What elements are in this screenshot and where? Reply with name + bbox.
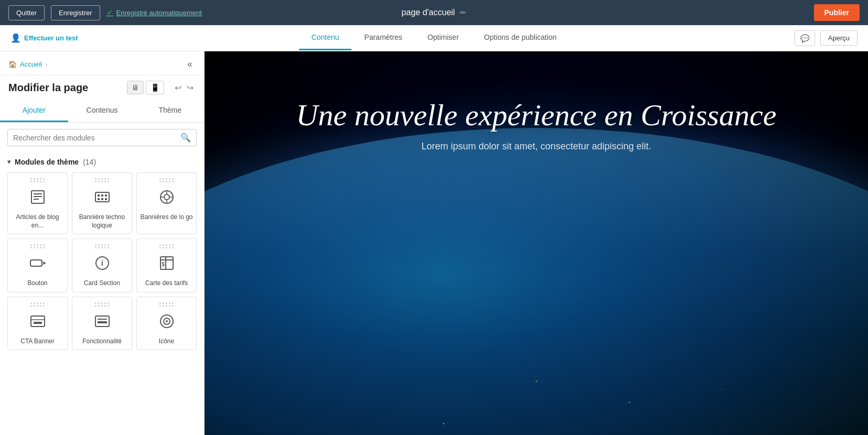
svg-rect-24 [31, 316, 45, 327]
drag-handle [76, 178, 128, 182]
collapse-sidebar-button[interactable]: « [184, 58, 196, 71]
tab-contenu[interactable]: Contenu [299, 26, 352, 50]
module-banniere-techno[interactable]: Bannière techno logique [72, 172, 132, 234]
svg-point-32 [166, 320, 168, 322]
drag-handle [140, 244, 193, 248]
search-icon[interactable]: 🔍 [180, 133, 191, 143]
page-title: page d'accueil [402, 8, 455, 17]
save-button[interactable]: Enregistrer [51, 5, 100, 20]
drag-handle [11, 302, 64, 307]
module-carte-tarifs[interactable]: $ Carte des tarifs [136, 238, 197, 292]
module-label: Card Section [84, 279, 120, 288]
module-articles-blog[interactable]: Articles de blog en... [7, 172, 68, 234]
breadcrumb: 🏠 Accueil › [8, 60, 47, 68]
nav-tabs: Contenu Paramètres Optimiser Options de … [299, 26, 570, 50]
icone-icon [158, 313, 175, 333]
search-area: 🔍 [0, 123, 204, 153]
module-icone[interactable]: Icône [136, 297, 197, 351]
drag-handle [76, 244, 128, 248]
breadcrumb-label[interactable]: Accueil [20, 60, 42, 68]
tab-optimiser[interactable]: Optimiser [415, 26, 471, 50]
bannieres-logo-icon [158, 189, 175, 209]
tab-options-publication[interactable]: Options de publication [471, 26, 570, 50]
undo-redo-controls: ↩ ↪ [173, 82, 196, 94]
main-layout: 🏠 Accueil › « Modifier la page 🖥 📱 ↩ ↪ A… [0, 51, 868, 435]
modules-header: ▾ Modules de thème (14) [7, 153, 197, 172]
modules-grid: Articles de blog en... Bannière techno l… [7, 172, 197, 356]
articles-blog-icon [29, 189, 46, 209]
drag-handle [140, 302, 193, 307]
content-area: Une nouvelle expérience en Croissance Lo… [205, 51, 868, 435]
sidebar-tabs: Ajouter Contenus Thème [0, 100, 204, 123]
module-label: Icône [159, 338, 174, 346]
module-label: Bouton [27, 279, 47, 288]
view-toggles: 🖥 📱 [127, 81, 164, 94]
module-cta-banner[interactable]: CTA Banner [7, 297, 68, 351]
page-preview: Une nouvelle expérience en Croissance Lo… [205, 51, 868, 435]
svg-rect-26 [34, 322, 42, 324]
fonctionnalite-icon [94, 313, 111, 333]
module-label: Articles de blog en... [11, 213, 64, 230]
cta-banner-icon [29, 313, 46, 333]
svg-rect-8 [98, 198, 100, 200]
top-bar: Quitter Enregistrer ✓ Enregistré automat… [0, 0, 868, 25]
search-input[interactable] [13, 134, 176, 142]
tab-contenus[interactable]: Contenus [68, 100, 136, 122]
svg-rect-29 [98, 321, 107, 323]
tab-ajouter[interactable]: Ajouter [0, 100, 68, 122]
drag-handle [11, 178, 64, 182]
sidebar: 🏠 Accueil › « Modifier la page 🖥 📱 ↩ ↪ A… [0, 51, 205, 435]
sidebar-title: Modifier la page [8, 82, 88, 94]
tab-parametres[interactable]: Paramètres [352, 26, 415, 50]
carte-tarifs-icon: $ [158, 255, 175, 275]
checkmark-icon: ✓ [106, 8, 113, 17]
modules-count: (14) [83, 158, 96, 166]
svg-text:i: i [101, 259, 103, 267]
mobile-view-toggle[interactable]: 📱 [146, 81, 164, 94]
page-title-area: page d'accueil ✏ [402, 8, 467, 17]
module-fonctionnalite[interactable]: Fonctionnalité [72, 297, 132, 351]
module-label: Bannières de lo go [140, 213, 192, 222]
chevron-down-icon[interactable]: ▾ [7, 158, 10, 166]
drag-handle [11, 244, 64, 248]
breadcrumb-sep: › [45, 60, 47, 68]
svg-rect-6 [101, 194, 103, 197]
desktop-view-toggle[interactable]: 🖥 [127, 81, 144, 94]
undo-button[interactable]: ↩ [173, 82, 184, 94]
auto-save-indicator: ✓ Enregistré automatiquement [106, 8, 202, 17]
apercu-button[interactable]: Aperçu [820, 30, 858, 46]
svg-rect-5 [98, 194, 100, 197]
banniere-techno-icon [94, 189, 111, 209]
redo-button[interactable]: ↪ [185, 82, 196, 94]
earth-visual [205, 128, 868, 435]
module-bouton[interactable]: Bouton [7, 238, 68, 292]
module-bannieres-logo[interactable]: Bannières de lo go [136, 172, 197, 234]
module-card-section[interactable]: i Card Section [72, 238, 132, 292]
modules-section-label: Modules de thème [15, 158, 79, 166]
card-section-icon: i [94, 255, 111, 275]
drag-handle [76, 302, 128, 307]
module-label: Bannière techno logique [76, 213, 128, 230]
second-nav-bar: 👤 Effectuer un test Contenu Paramètres O… [0, 25, 868, 51]
modules-section: ▾ Modules de thème (14) Articles de blog… [0, 153, 204, 435]
svg-rect-10 [105, 198, 107, 200]
publish-button[interactable]: Publier [814, 4, 860, 21]
edit-icon[interactable]: ✏ [460, 8, 466, 17]
home-icon: 🏠 [8, 60, 17, 68]
quit-button[interactable]: Quitter [8, 5, 45, 20]
sidebar-title-row: Modifier la page 🖥 📱 ↩ ↪ [0, 75, 204, 100]
svg-rect-4 [95, 192, 109, 202]
hero-subtitle: Lorem ipsum dolor sit amet, consectetur … [421, 141, 651, 152]
hero-text-area: Une nouvelle expérience en Croissance Lo… [205, 82, 868, 168]
bouton-icon [29, 255, 46, 275]
user-icon: 👤 [10, 33, 21, 43]
module-label: CTA Banner [20, 338, 54, 346]
test-button[interactable]: 👤 Effectuer un test [10, 33, 78, 43]
drag-handle [140, 178, 193, 182]
module-label: Fonctionnalité [82, 338, 122, 346]
sidebar-header: 🏠 Accueil › « [0, 51, 204, 75]
svg-rect-9 [101, 198, 103, 200]
chat-button[interactable]: 💬 [795, 30, 815, 46]
tab-theme[interactable]: Thème [136, 100, 204, 122]
right-actions: 💬 Aperçu [795, 30, 858, 46]
